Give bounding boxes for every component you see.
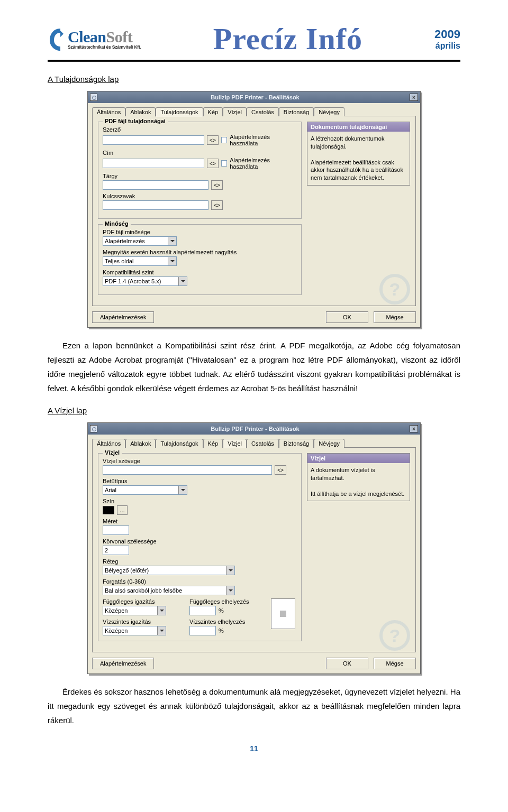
cancel-button[interactable]: Mégse: [374, 311, 416, 323]
tab-properties[interactable]: Tulajdonságok: [156, 107, 203, 117]
label-use-default: Alapértelmezés használata: [230, 157, 297, 170]
ok-button[interactable]: OK: [326, 311, 368, 323]
label-keywords: Kulcsszavak: [103, 193, 297, 199]
tab-watermark[interactable]: Vízjel: [223, 107, 247, 116]
label-halign: Vízszintes igazítás: [103, 619, 182, 625]
label-wm-layer: Réteg: [103, 558, 297, 565]
divider: [48, 60, 460, 61]
wm-rotation-select[interactable]: Bal alsó sarokból jobb felsőbe: [103, 586, 235, 595]
author-input[interactable]: [103, 135, 204, 145]
tab-security[interactable]: Biztonság: [279, 439, 314, 448]
color-pick-button[interactable]: …: [117, 505, 128, 515]
tab-image[interactable]: Kép: [203, 439, 223, 448]
doc-title: Precíz Infó: [213, 21, 362, 57]
label-wm-text: Vízjel szövege: [103, 458, 297, 464]
chevron-down-icon: [168, 257, 176, 265]
info-text: A létrehozott dokumentumok tulajdonságai…: [311, 135, 406, 151]
label-valign: Függőleges igazítás: [103, 598, 182, 605]
cancel-button[interactable]: Mégse: [374, 658, 416, 669]
info-head: Dokumentum tulajdonságai: [307, 122, 410, 132]
default-checkbox[interactable]: [221, 160, 228, 167]
group-legend: Vízjel: [103, 449, 122, 456]
defaults-button[interactable]: Alapértelmezések: [92, 311, 154, 323]
chevron-down-icon: [178, 486, 187, 494]
tab-merge[interactable]: Csatolás: [247, 107, 279, 116]
tab-windows[interactable]: Ablakok: [125, 107, 156, 116]
tabs: Általános Ablakok Tulajdonságok Kép Vízj…: [92, 107, 416, 116]
tab-windows[interactable]: Ablakok: [125, 439, 156, 448]
defaults-button[interactable]: Alapértelmezések: [92, 658, 154, 669]
tab-general[interactable]: Általános: [92, 439, 125, 448]
info-panel: Vízjel A dokumentum vízjelet is tartalma…: [307, 453, 410, 501]
group-legend: Minőség: [103, 220, 131, 227]
macro-button[interactable]: <>: [211, 200, 223, 210]
info-panel: Dokumentum tulajdonságai A létrehozott d…: [307, 122, 410, 186]
wm-size-input[interactable]: [103, 525, 129, 535]
label-wm-color: Szín: [103, 498, 297, 504]
title-input[interactable]: [103, 159, 204, 168]
info-text: A dokumentum vízjelet is tartalmazhat.: [311, 466, 406, 482]
label-subject: Tárgy: [103, 173, 297, 179]
tab-about[interactable]: Névjegy: [314, 439, 344, 448]
date-box: 2009 április: [434, 27, 460, 51]
dialog-title: Bullzip PDF Printer - Beállítások: [101, 94, 410, 100]
label-voffset: Függőleges elhelyezés: [189, 598, 264, 605]
section-title-properties: A Tulajdonságok lap: [48, 75, 460, 84]
tab-merge[interactable]: Csatolás: [247, 439, 279, 448]
label-compat: Kompatibilitási szint: [103, 269, 297, 275]
wm-layer-select[interactable]: Bélyegző (előtér): [103, 566, 235, 575]
tab-security[interactable]: Biztonság: [279, 107, 314, 116]
page-number: 11: [48, 744, 460, 753]
wm-text-input[interactable]: [103, 465, 272, 475]
close-icon[interactable]: ×: [410, 425, 418, 432]
hoffset-input[interactable]: [189, 626, 216, 635]
macro-button[interactable]: <>: [207, 135, 218, 145]
group-legend: PDF fájl tulajdonságai: [103, 118, 168, 124]
macro-button[interactable]: <>: [211, 180, 223, 190]
macro-button[interactable]: <>: [207, 159, 218, 168]
tab-properties[interactable]: Tulajdonságok: [156, 439, 203, 448]
tabs: Általános Ablakok Tulajdonságok Kép Vízj…: [92, 439, 416, 448]
dialog-titlebar[interactable]: Bullzip PDF Printer - Beállítások ×: [88, 91, 420, 103]
chevron-down-icon: [157, 606, 166, 615]
pdf-quality-select[interactable]: Alapértelmezés: [103, 236, 177, 246]
wm-font-select[interactable]: Arial: [103, 485, 187, 495]
valign-select[interactable]: Középen: [103, 606, 166, 615]
svg-text:?: ?: [389, 625, 401, 645]
label-default-zoom: Megnyitás esetén használt alapértelmezet…: [103, 249, 297, 255]
label-pct: %: [219, 607, 224, 614]
label-title: Cím: [103, 150, 297, 156]
logo-mark-icon: [48, 26, 67, 52]
halign-select[interactable]: Középen: [103, 626, 166, 635]
group-pdf-file-props: PDF fájl tulajdonságai Szerző <> Alapért…: [98, 122, 302, 219]
help-icon: ?: [379, 273, 411, 305]
color-swatch: [103, 506, 114, 514]
tab-general[interactable]: Általános: [92, 107, 125, 116]
keywords-input[interactable]: [103, 200, 208, 210]
tab-about[interactable]: Névjegy: [314, 107, 344, 116]
label-hoffset: Vízszintes elhelyezés: [189, 619, 264, 625]
divider: [48, 61, 460, 62]
ok-button[interactable]: OK: [326, 658, 368, 669]
subject-input[interactable]: [103, 180, 208, 190]
tab-watermark[interactable]: Vízjel: [223, 439, 247, 448]
voffset-input[interactable]: [189, 606, 216, 615]
preview-thumbnail: [271, 598, 295, 629]
compat-select[interactable]: PDF 1.4 (Acrobat 5.x): [103, 276, 187, 286]
info-head: Vízjel: [307, 454, 410, 463]
tab-image[interactable]: Kép: [203, 107, 223, 116]
body-paragraph: Ezen a lapon bennünket a Kompatibilitási…: [48, 338, 460, 395]
macro-button[interactable]: <>: [275, 465, 286, 475]
wm-outline-input[interactable]: [103, 546, 129, 555]
page-header: CleanSoft Számítástechnikai és Számvitel…: [48, 21, 460, 57]
logo-cleansoft: CleanSoft Számítástechnikai és Számvitel…: [48, 26, 141, 52]
body-paragraph: Érdekes és sokszor hasznos lehetőség a d…: [48, 685, 460, 727]
close-icon[interactable]: ×: [410, 94, 418, 101]
label-pdf-quality: PDF fájl minősége: [103, 229, 297, 235]
info-text: Itt állíthatja be a vízjel megjelenését.: [311, 490, 406, 498]
default-checkbox[interactable]: [221, 137, 228, 143]
label-wm-font: Betűtípus: [103, 478, 297, 484]
default-zoom-select[interactable]: Teljes oldal: [103, 256, 177, 266]
dialog-titlebar[interactable]: Bullzip PDF Printer - Beállítások ×: [88, 423, 420, 435]
label-wm-rotation: Forgatás (0-360): [103, 578, 297, 585]
